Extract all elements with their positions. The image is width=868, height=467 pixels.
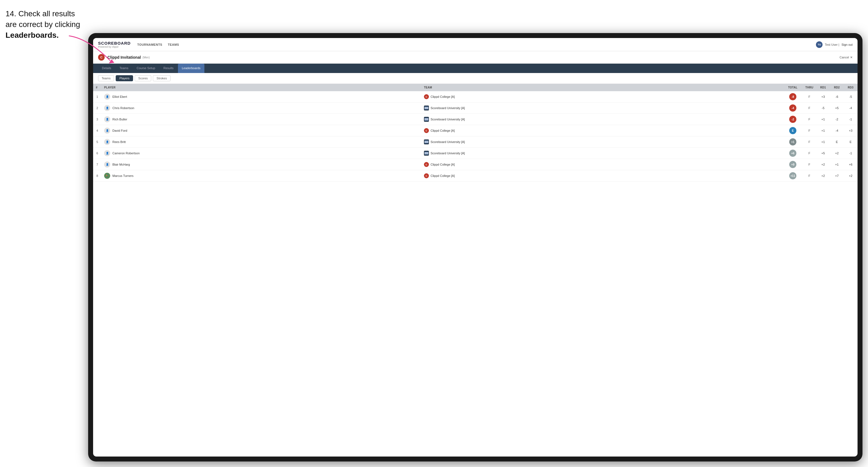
player-avatar: 👤 — [104, 161, 110, 167]
cell-team: Scoreboard University [A] — [421, 148, 783, 159]
player-name: Cameron Robertson — [113, 152, 140, 155]
score-badge: E — [789, 127, 796, 134]
filter-row: Teams Players Scores Strokes — [93, 73, 858, 84]
cell-rd2: +7 — [830, 170, 844, 182]
cell-total: +6 — [783, 148, 802, 159]
filter-scores[interactable]: Scores — [135, 75, 151, 81]
tournament-logo: C — [98, 54, 105, 61]
team-name: Clippd College [A] — [431, 95, 455, 98]
score-badge: -4 — [789, 104, 796, 112]
cell-total: -4 — [783, 102, 802, 114]
player-avatar: 👤 — [104, 139, 110, 145]
nav-teams[interactable]: TEAMS — [168, 42, 179, 48]
team-name: Scoreboard University [A] — [431, 118, 465, 121]
cell-player: 👤Rich Butler — [101, 114, 421, 125]
team-logo-clippd: C — [424, 173, 429, 178]
filter-teams[interactable]: Teams — [98, 75, 114, 81]
instruction-line2: are correct by clicking — [5, 20, 80, 29]
team-name: Scoreboard University [A] — [431, 106, 465, 110]
player-name: Rees Britt — [113, 140, 126, 144]
player-avatar: 👤 — [104, 128, 110, 134]
cell-thru: F — [802, 114, 816, 125]
cell-rd1: +5 — [816, 148, 830, 159]
team-logo-clippd: C — [424, 128, 429, 133]
cell-player: 👤Rees Britt — [101, 136, 421, 148]
cell-rank: 2 — [93, 102, 101, 114]
col-rd1: RD1 — [816, 84, 830, 91]
col-rd3: RD3 — [844, 84, 858, 91]
cell-team: Scoreboard University [A] — [421, 136, 783, 148]
cell-team: CClippd College [A] — [421, 159, 783, 170]
cell-thru: F — [802, 170, 816, 182]
col-player: PLAYER — [101, 84, 421, 91]
cell-rd1: +1 — [816, 125, 830, 136]
tablet-screen: SCOREBOARD Powered by clippd TOURNAMENTS… — [93, 38, 858, 457]
player-name: Rich Butler — [113, 118, 127, 121]
cell-player: 👤David Ford — [101, 125, 421, 136]
cell-thru: F — [802, 159, 816, 170]
cell-team: CClippd College [A] — [421, 125, 783, 136]
cell-thru: F — [802, 136, 816, 148]
table-row: 4👤David FordCClippd College [A]EF+1-4+3 — [93, 125, 858, 136]
nav-links: TOURNAMENTS TEAMS — [137, 42, 816, 48]
table-row: 8🏌️Marcus TurnersCClippd College [A]+11F… — [93, 170, 858, 182]
cell-total: +11 — [783, 170, 802, 182]
player-name: David Ford — [113, 129, 127, 132]
table-row: 1👤Elliot EbertCClippd College [A]-8F+3-6… — [93, 91, 858, 102]
cell-rd3: +3 — [844, 125, 858, 136]
cell-total: +9 — [783, 159, 802, 170]
cell-total: E — [783, 125, 802, 136]
cell-thru: F — [802, 148, 816, 159]
signout-link[interactable]: Sign out — [842, 43, 852, 46]
cell-rank: 8 — [93, 170, 101, 182]
cell-total: -2 — [783, 114, 802, 125]
cell-rank: 5 — [93, 136, 101, 148]
tab-course-setup[interactable]: Course Setup — [133, 64, 159, 73]
tab-teams[interactable]: Teams — [116, 64, 132, 73]
score-badge: +11 — [789, 172, 796, 179]
cell-rank: 6 — [93, 148, 101, 159]
top-nav: SCOREBOARD Powered by clippd TOURNAMENTS… — [93, 38, 858, 51]
cell-rd3: E — [844, 136, 858, 148]
team-logo-scoreboard — [424, 139, 429, 144]
user-label: Test User | — [825, 43, 839, 46]
cell-rank: 3 — [93, 114, 101, 125]
tab-results[interactable]: Results — [159, 64, 177, 73]
filter-strokes[interactable]: Strokes — [153, 75, 170, 81]
cell-team: Scoreboard University [A] — [421, 114, 783, 125]
tab-bar: Details Teams Course Setup Results Leade… — [93, 64, 858, 73]
player-avatar: 👤 — [104, 94, 110, 100]
leaderboard-data-table: # PLAYER TEAM TOTAL THRU RD1 RD2 RD3 1👤E… — [93, 84, 858, 182]
logo-sub: Powered by clippd — [98, 45, 131, 48]
cell-rank: 7 — [93, 159, 101, 170]
tournament-header: C Clippd Invitational (Men) Cancel ✕ — [93, 51, 858, 64]
tab-details[interactable]: Details — [98, 64, 115, 73]
cell-player: 👤Elliot Ebert — [101, 91, 421, 102]
filter-players[interactable]: Players — [116, 75, 133, 81]
cell-rank: 1 — [93, 91, 101, 102]
cell-rd3: +6 — [844, 159, 858, 170]
player-avatar: 👤 — [104, 105, 110, 111]
team-name: Clippd College [A] — [431, 163, 455, 166]
team-name: Scoreboard University [A] — [431, 140, 465, 144]
cell-team: CClippd College [A] — [421, 170, 783, 182]
cell-rd2: E — [830, 136, 844, 148]
nav-tournaments[interactable]: TOURNAMENTS — [137, 42, 162, 48]
cell-player: 👤Blair McHarg — [101, 159, 421, 170]
player-name: Marcus Turners — [113, 174, 133, 178]
cell-player: 👤Cameron Robertson — [101, 148, 421, 159]
cell-rank: 4 — [93, 125, 101, 136]
col-total: TOTAL — [783, 84, 802, 91]
team-logo-clippd: C — [424, 94, 429, 99]
cell-rd3: -1 — [844, 114, 858, 125]
cell-team: Scoreboard University [A] — [421, 102, 783, 114]
table-header-row: # PLAYER TEAM TOTAL THRU RD1 RD2 RD3 — [93, 84, 858, 91]
cell-thru: F — [802, 102, 816, 114]
cell-rd1: +1 — [816, 136, 830, 148]
cancel-button[interactable]: Cancel ✕ — [840, 56, 852, 59]
tab-leaderboards[interactable]: Leaderboards — [178, 64, 205, 73]
score-badge: -2 — [789, 116, 796, 123]
instruction-line1: 14. Check all results — [5, 9, 75, 18]
player-avatar: 🏌️ — [104, 173, 110, 179]
cell-rd2: -6 — [830, 91, 844, 102]
